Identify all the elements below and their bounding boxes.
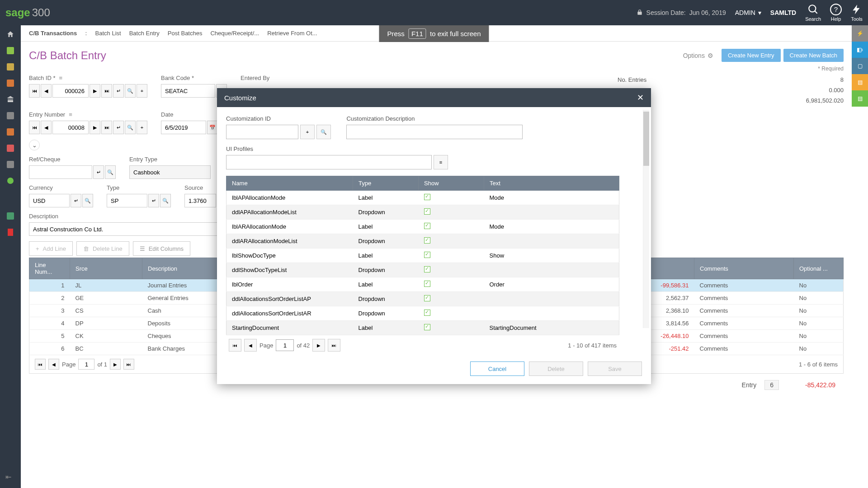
nav-item-9[interactable] (5, 175, 16, 186)
en-first-button[interactable]: ⏮ (29, 121, 40, 134)
cust-id-add[interactable]: + (300, 125, 315, 139)
rc-find-button[interactable]: 🔍 (105, 165, 116, 179)
rt-note-icon[interactable]: ▤ (852, 74, 868, 90)
nav-home-icon[interactable] (5, 29, 16, 40)
ref-cheque-input[interactable] (29, 165, 92, 179)
currency-input[interactable] (29, 194, 70, 207)
add-line-button[interactable]: +Add Line (29, 241, 73, 256)
en-last-button[interactable]: ⏭ (101, 121, 112, 134)
mpg-first[interactable]: ⏮ (229, 339, 241, 352)
nav-item-10[interactable] (5, 211, 16, 221)
cust-id-input[interactable] (226, 125, 298, 139)
nav-item-1[interactable] (5, 45, 16, 56)
nav-item-3[interactable] (5, 78, 16, 89)
expand-chevron[interactable]: ⌄ (29, 140, 40, 150)
ty-find-button[interactable]: 🔍 (160, 194, 171, 207)
delete-button[interactable]: Delete (529, 361, 583, 376)
checkbox-icon[interactable] (424, 194, 430, 200)
mcol-type[interactable]: Type (353, 176, 419, 191)
en-prev-button[interactable]: ◀ (41, 121, 52, 134)
source-input[interactable] (184, 194, 216, 207)
batch-id-input[interactable] (52, 84, 89, 98)
type-input[interactable] (107, 194, 147, 207)
table-row[interactable]: StartingDocumentLabelStartingDocument (226, 321, 619, 335)
checkbox-icon[interactable] (424, 295, 430, 301)
col-optional[interactable]: Optional ... (794, 258, 844, 279)
mpg-last[interactable]: ⏭ (328, 339, 340, 352)
checkbox-icon[interactable] (424, 223, 430, 229)
table-row[interactable]: ddlAPAllocationModeListDropdown (226, 205, 619, 220)
nav-item-8[interactable] (5, 159, 16, 170)
cancel-button[interactable]: Cancel (470, 361, 524, 376)
bc-cheque-receipt[interactable]: Cheque/Receipt/... (210, 30, 259, 37)
cur-find-button[interactable]: 🔍 (82, 194, 93, 207)
edit-columns-button[interactable]: ☰Edit Columns (133, 241, 190, 256)
close-icon[interactable]: ✕ (637, 93, 644, 103)
table-row[interactable]: ddlARAllocationModeListDropdown (226, 234, 619, 249)
table-row[interactable]: lblAPAllocationModeLabelMode (226, 191, 619, 205)
options-link[interactable]: Options ⚙ (683, 52, 713, 59)
bc-batch-entry[interactable]: Batch Entry (129, 30, 160, 37)
first-button[interactable]: ⏮ (29, 84, 40, 98)
checkbox-icon[interactable] (424, 237, 430, 244)
last-button[interactable]: ⏭ (101, 84, 112, 98)
ty-go-button[interactable]: ↵ (148, 194, 159, 207)
find-button[interactable]: 🔍 (125, 84, 136, 98)
bc-batch-list[interactable]: Batch List (95, 30, 121, 37)
modal-scrollbar[interactable] (643, 110, 649, 328)
cur-go-button[interactable]: ↵ (71, 194, 81, 207)
menu-icon[interactable]: ≡ (69, 111, 72, 118)
mcol-name[interactable]: Name (226, 176, 353, 191)
cust-id-find[interactable]: 🔍 (316, 125, 331, 139)
mcol-text[interactable]: Text (484, 176, 619, 191)
search-button[interactable]: Search (805, 4, 821, 22)
menu-icon[interactable]: ≡ (59, 75, 63, 81)
pg-last[interactable]: ⏭ (123, 359, 134, 370)
table-row[interactable]: ddlShowDocTypeListDropdown (226, 263, 619, 277)
mpg-next[interactable]: ▶ (312, 339, 325, 352)
pg-input[interactable] (78, 359, 94, 370)
bank-code-input[interactable] (161, 84, 215, 98)
prev-button[interactable]: ◀ (41, 84, 52, 98)
mpg-input[interactable] (276, 339, 294, 351)
bc-post-batches[interactable]: Post Batches (168, 30, 203, 37)
ui-profiles-input[interactable] (226, 155, 432, 169)
en-go-button[interactable]: ↵ (113, 121, 124, 134)
rt-bolt-icon[interactable]: ⚡ (852, 25, 868, 42)
pg-prev[interactable]: ◀ (48, 359, 59, 370)
rt-doc-icon[interactable]: ▤ (852, 90, 868, 107)
col-srce[interactable]: Srce (70, 258, 142, 279)
delete-line-button[interactable]: 🗑Delete Line (76, 241, 129, 256)
calendar-icon[interactable]: 📅 (207, 121, 218, 134)
checkbox-icon[interactable] (424, 266, 430, 272)
breadcrumb-root[interactable]: C/B Transactions (29, 30, 77, 37)
nav-item-6[interactable] (5, 127, 16, 137)
table-row[interactable]: ddlAllocationsSortOrderListAPDropdown (226, 292, 619, 306)
rc-go-button[interactable]: ↵ (93, 165, 104, 179)
nav-item-11[interactable] (5, 227, 16, 238)
mcol-show[interactable]: Show (419, 176, 484, 191)
checkbox-icon[interactable] (424, 310, 430, 316)
help-button[interactable]: ? Help (830, 4, 842, 22)
description-input[interactable] (29, 222, 237, 236)
bc-retrieve[interactable]: Retrieve From Ot... (267, 30, 317, 37)
checkbox-icon[interactable] (424, 252, 430, 258)
en-next-button[interactable]: ▶ (90, 121, 100, 134)
nav-item-5[interactable] (5, 110, 16, 121)
collapse-nav-icon[interactable]: ⇤ (5, 473, 15, 483)
checkbox-icon[interactable] (424, 324, 430, 330)
checkbox-icon[interactable] (424, 281, 430, 287)
go-button[interactable]: ↵ (113, 84, 124, 98)
tools-button[interactable]: Tools (851, 4, 863, 22)
nav-item-2[interactable] (5, 61, 16, 72)
nav-item-7[interactable] (5, 143, 16, 154)
rt-window-icon[interactable]: ◧3 (852, 42, 868, 58)
entry-number-input[interactable] (52, 121, 89, 134)
table-row[interactable]: lblARAllocationModeLabelMode (226, 220, 619, 234)
table-row[interactable]: lblOrderLabelOrder (226, 277, 619, 292)
checkbox-icon[interactable] (424, 208, 430, 215)
table-row[interactable]: ddlAllocationsSortOrderListARDropdown (226, 306, 619, 321)
next-button[interactable]: ▶ (90, 84, 100, 98)
create-batch-button[interactable]: Create New Batch (783, 49, 844, 62)
table-row[interactable]: lblShowDocTypeLabelShow (226, 249, 619, 263)
